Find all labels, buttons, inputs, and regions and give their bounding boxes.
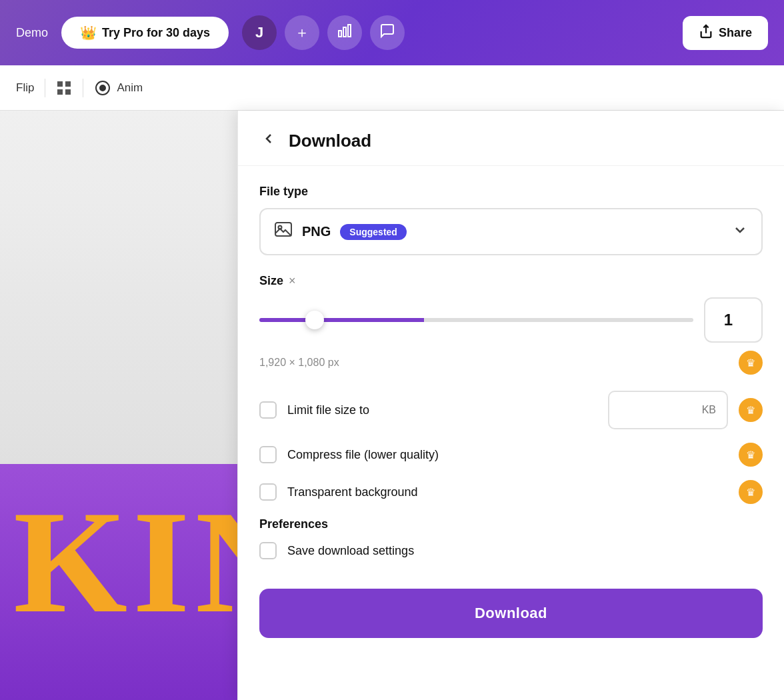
svg-rect-0 <box>339 31 341 37</box>
svg-rect-6 <box>57 89 63 95</box>
crown-size-icon: ♛ <box>746 357 755 369</box>
crown-limit-icon: ♛ <box>746 404 755 417</box>
limit-file-size-label: Limit file size to <box>287 403 597 417</box>
size-input[interactable]: 1 <box>704 297 763 343</box>
limit-file-size-checkbox[interactable] <box>259 401 277 419</box>
comment-icon <box>379 23 395 43</box>
pro-crown-transparent-icon: ♛ <box>739 480 763 504</box>
transparent-bg-checkbox[interactable] <box>259 483 277 501</box>
save-settings-row: Save download settings <box>259 542 763 559</box>
suggested-badge: Suggested <box>340 224 407 240</box>
back-button[interactable] <box>259 129 278 152</box>
main-area: KIN Download File type <box>0 111 784 700</box>
crown-icon: 👑 <box>80 25 97 41</box>
animate-tool[interactable]: Anim <box>94 79 143 97</box>
toolbar-divider-2 <box>83 79 83 97</box>
download-button[interactable]: Download <box>259 589 763 638</box>
download-panel: Download File type PNG Suggested <box>237 111 784 700</box>
transparent-bg-label: Transparent background <box>287 485 728 499</box>
plus-icon: ＋ <box>295 23 309 43</box>
save-settings-checkbox[interactable] <box>259 542 277 559</box>
panel-header: Download <box>238 111 784 166</box>
chart-icon <box>337 23 353 43</box>
analytics-button[interactable] <box>327 15 362 50</box>
compress-file-row: Compress file (lower quality) ♛ <box>259 443 763 467</box>
file-type-label: File type <box>259 185 763 199</box>
file-type-name: PNG <box>302 224 331 239</box>
share-button[interactable]: Share <box>683 16 768 50</box>
back-icon <box>262 132 275 149</box>
compress-file-checkbox[interactable] <box>259 446 277 463</box>
size-row: Size × <box>259 274 763 288</box>
flip-tool[interactable]: Flip <box>16 81 34 95</box>
file-size-input[interactable] <box>608 391 728 429</box>
share-label: Share <box>719 26 752 40</box>
canvas-bg-top <box>0 111 237 464</box>
panel-title: Download <box>289 131 371 151</box>
size-multiplier: × <box>289 274 296 288</box>
secondary-toolbar: Flip Anim <box>0 65 784 111</box>
canvas-area: KIN <box>0 111 237 700</box>
toolbar-divider-1 <box>45 79 45 97</box>
dimensions-text: 1,920 × 1,080 px <box>259 357 339 369</box>
file-type-dropdown[interactable]: PNG Suggested <box>259 208 763 255</box>
preferences-label: Preferences <box>259 517 763 531</box>
top-nav: Demo 👑 Try Pro for 30 days J ＋ <box>0 0 784 65</box>
compress-file-label: Compress file (lower quality) <box>287 448 728 462</box>
slider-row: 1 <box>259 297 763 343</box>
svg-point-9 <box>100 85 105 91</box>
size-slider[interactable] <box>259 318 693 322</box>
size-label: Size <box>259 274 283 288</box>
chevron-down-icon <box>732 222 748 242</box>
crown-transparent-icon: ♛ <box>746 486 755 499</box>
king-text: KIN <box>13 478 237 647</box>
add-button[interactable]: ＋ <box>285 15 319 50</box>
dimensions-row: 1,920 × 1,080 px ♛ <box>259 351 763 375</box>
size-slider-container[interactable] <box>259 307 693 333</box>
svg-rect-4 <box>57 81 63 87</box>
transparent-bg-row: Transparent background ♛ <box>259 480 763 504</box>
pro-crown-limit-icon: ♛ <box>739 398 763 422</box>
limit-file-size-row: Limit file size to ♛ <box>259 391 763 429</box>
avatar[interactable]: J <box>242 15 277 50</box>
crown-compress-icon: ♛ <box>746 449 755 461</box>
comments-button[interactable] <box>370 15 405 50</box>
svg-rect-5 <box>65 81 71 87</box>
demo-label: Demo <box>16 26 48 40</box>
pro-crown-compress-icon: ♛ <box>739 443 763 467</box>
try-pro-button[interactable]: 👑 Try Pro for 30 days <box>61 17 229 49</box>
svg-rect-1 <box>343 27 346 37</box>
svg-rect-2 <box>348 25 351 37</box>
save-settings-label: Save download settings <box>287 544 763 558</box>
try-pro-label: Try Pro for 30 days <box>102 26 210 40</box>
grid-icon[interactable] <box>56 80 72 96</box>
image-icon <box>274 220 293 243</box>
share-icon <box>699 24 713 42</box>
panel-body: File type PNG Suggested <box>238 166 784 657</box>
pro-crown-size-icon: ♛ <box>739 351 763 375</box>
svg-rect-7 <box>65 89 71 95</box>
